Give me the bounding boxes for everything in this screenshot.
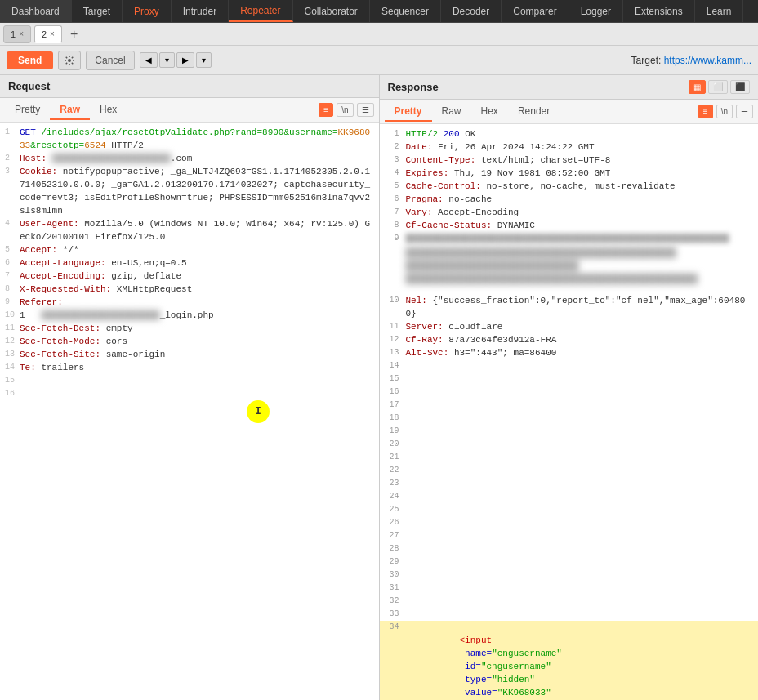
resp-line-20: 20 [380,438,759,451]
resp-line-14: 14 [380,359,759,372]
request-menu-button[interactable]: ☰ [357,103,374,117]
nav-comparer[interactable]: Comparer [502,0,568,22]
req-line-6: 6 Accept-Language: en-US,en;q=0.5 [5,256,374,270]
response-wrap-button[interactable]: ≡ [698,105,713,118]
req-line-13: 13 Sec-Fetch-Site: same-origin [5,348,374,361]
resp-line-2: 2 Date: Fri, 26 Apr 2024 14:24:22 GMT [380,140,759,154]
response-tab-pretty[interactable]: Pretty [385,102,432,122]
nav-decoder[interactable]: Decoder [441,0,502,22]
resp-line-17: 17 [380,399,759,412]
request-tab-raw[interactable]: Raw [50,100,90,120]
resp-line-3: 3 Content-Type: text/html; charset=UTF-8 [380,154,759,167]
settings-button[interactable] [58,51,81,70]
request-tab-hex[interactable]: Hex [90,100,127,120]
request-ln-button[interactable]: \n [337,103,353,117]
resp-line-1: 1 HTTP/2 200 OK [380,127,759,140]
resp-line-6: 6 Pragma: no-cache [380,193,759,206]
resp-line-30: 30 [380,568,759,582]
resp-line-31: 31 [380,582,759,595]
response-tab-hex[interactable]: Hex [471,102,508,122]
tab-add-button[interactable]: + [65,25,82,43]
tab-1-label: 1 [11,29,16,39]
response-menu-button[interactable]: ☰ [736,105,753,118]
tab-2-close[interactable]: × [50,29,55,38]
cancel-button[interactable]: Cancel [86,51,134,70]
resp-line-8: 8 Cf-Cache-Status: DYNAMIC [380,219,759,232]
nav-back-dropdown[interactable]: ▾ [159,52,175,68]
resp-line-16: 16 [380,386,759,399]
response-tab-raw[interactable]: Raw [432,102,471,122]
tab-1[interactable]: 1 × [3,25,31,43]
text-cursor: I [247,400,270,423]
req-line-12: 12 Sec-Fetch-Mode: cors [5,335,374,348]
nav-collaborator[interactable]: Collaborator [293,0,370,22]
request-code-area[interactable]: I 1 GET /includes/ajax/resetOtpValidate.… [0,123,379,700]
response-tab-render[interactable]: Render [508,102,560,122]
request-panel-tabs: Pretty Raw Hex ≡ \n ☰ [0,98,379,123]
resp-line-18: 18 [380,412,759,425]
resp-line-28: 28 [380,542,759,555]
tab-1-close[interactable]: × [19,29,24,38]
req-line-2: 2 Host: ██████████████████████.com [5,152,374,165]
request-header: Request [0,75,379,98]
nav-repeater[interactable]: Repeater [229,0,292,22]
target-info: Target: https://www.kamm... [631,55,751,66]
resp-line-19: 19 [380,425,759,438]
gear-icon [65,56,74,65]
resp-line-9: 9 ██████████████████████████████████████… [380,232,759,245]
resp-line-7: 7 Vary: Accept-Encoding [380,206,759,219]
nav-forward-button[interactable]: ▶ [176,52,194,68]
resp-line-34: 34 <input name="cngusername" id="cnguser… [380,621,759,700]
top-navigation: Dashboard Target Proxy Intruder Repeater… [0,0,758,23]
response-split-view[interactable]: ⬜ [708,80,728,94]
req-line-3: 3 Cookie: notifypopup=active; _ga_NLTJ4Z… [5,165,374,217]
nav-dashboard[interactable]: Dashboard [0,0,72,22]
resp-line-23: 23 [380,477,759,490]
response-full-view[interactable]: ⬛ [730,80,750,94]
toolbar: Send Cancel ◀ ▾ ▶ ▾ Target: https://www.… [0,46,758,75]
nav-back-button[interactable]: ◀ [140,52,158,68]
main-panels: Request Pretty Raw Hex ≡ \n ☰ I 1 GET /i… [0,75,758,700]
req-line-5: 5 Accept: */* [5,243,374,256]
request-tab-icons: ≡ \n ☰ [319,103,373,117]
req-line-11: 11 Sec-Fetch-Dest: empty [5,322,374,335]
tab-2-label: 2 [42,29,47,39]
nav-target[interactable]: Target [72,0,123,22]
req-line-9: 9 Referer: [5,296,374,309]
resp-line-27: 27 [380,529,759,542]
resp-line-15: 15 [380,372,759,386]
nav-logger[interactable]: Logger [569,0,623,22]
resp-line-13: 13 Alt-Svc: h3=":443"; ma=86400 [380,346,759,359]
resp-line-5: 5 Cache-Control: no-store, no-cache, mus… [380,180,759,193]
resp-line-32: 32 [380,595,759,608]
tab-2[interactable]: 2 × [34,25,62,43]
resp-line-26: 26 [380,516,759,529]
resp-line-11: 11 Server: cloudflare [380,320,759,333]
nav-learn[interactable]: Learn [695,0,744,22]
nav-proxy[interactable]: Proxy [123,0,172,22]
nav-extensions[interactable]: Extensions [623,0,695,22]
req-line-8: 8 X-Requested-With: XMLHttpRequest [5,283,374,296]
request-wrap-button[interactable]: ≡ [319,103,333,117]
response-code-area[interactable]: 1 HTTP/2 200 OK 2 Date: Fri, 26 Apr 2024… [380,124,759,700]
send-button[interactable]: Send [7,51,53,69]
request-tab-pretty[interactable]: Pretty [5,100,50,120]
req-line-4: 4 User-Agent: Mozilla/5.0 (Windows NT 10… [5,217,374,243]
response-panel-tabs: Pretty Raw Hex Render ≡ \n ☰ [380,100,759,124]
response-header: Response [388,81,439,93]
resp-line-22: 22 [380,464,759,477]
nav-intruder[interactable]: Intruder [172,0,229,22]
nav-sequencer[interactable]: Sequencer [370,0,441,22]
request-panel: Request Pretty Raw Hex ≡ \n ☰ I 1 GET /i… [0,75,380,700]
req-line-10: 10 1 ██████████████████████_login.php [5,309,374,322]
nav-arrows: ◀ ▾ ▶ ▾ [140,52,212,68]
resp-line-24: 24 [380,490,759,503]
target-url: https://www.kamm... [664,55,751,66]
response-grid-view[interactable]: ▦ [689,80,706,94]
req-line-16: 16 [5,387,374,400]
response-view-buttons: ▦ ⬜ ⬛ [689,80,750,94]
resp-line-10: 10 Nel: {"success_fraction":0,"report_to… [380,294,759,320]
nav-forward-dropdown[interactable]: ▾ [196,52,212,68]
svg-point-0 [68,59,71,62]
response-ln-button[interactable]: \n [716,105,733,118]
